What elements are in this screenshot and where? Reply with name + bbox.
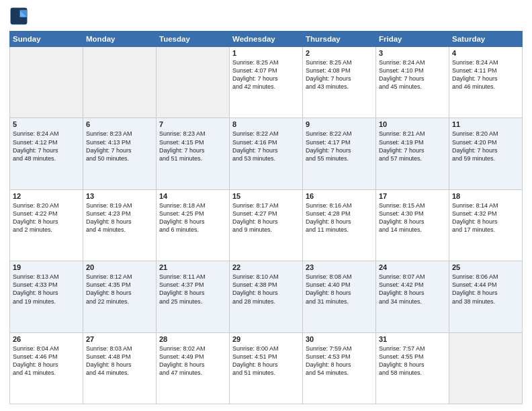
calendar-cell: 27Sunrise: 8:03 AM Sunset: 4:48 PM Dayli…	[83, 332, 157, 404]
weekday-header-thursday: Thursday	[303, 32, 376, 47]
cell-info: Sunrise: 8:14 AM Sunset: 4:32 PM Dayligh…	[452, 201, 519, 234]
calendar-cell: 11Sunrise: 8:20 AM Sunset: 4:20 PM Dayli…	[449, 118, 523, 189]
day-number: 11	[452, 120, 519, 128]
day-number: 26	[13, 335, 80, 343]
calendar-cell: 17Sunrise: 8:15 AM Sunset: 4:30 PM Dayli…	[376, 189, 449, 261]
calendar-cell: 6Sunrise: 8:23 AM Sunset: 4:13 PM Daylig…	[83, 118, 157, 189]
calendar-cell: 31Sunrise: 7:57 AM Sunset: 4:55 PM Dayli…	[376, 332, 449, 404]
cell-info: Sunrise: 8:16 AM Sunset: 4:28 PM Dayligh…	[306, 201, 373, 234]
header	[9, 7, 523, 26]
day-number: 10	[379, 120, 446, 128]
calendar-cell: 28Sunrise: 8:02 AM Sunset: 4:49 PM Dayli…	[157, 332, 230, 404]
calendar-cell: 21Sunrise: 8:11 AM Sunset: 4:37 PM Dayli…	[157, 261, 230, 332]
cell-info: Sunrise: 8:03 AM Sunset: 4:48 PM Dayligh…	[86, 345, 153, 377]
page: SundayMondayTuesdayWednesdayThursdayFrid…	[0, 0, 532, 411]
calendar-cell	[157, 47, 230, 118]
cell-info: Sunrise: 8:13 AM Sunset: 4:33 PM Dayligh…	[13, 273, 80, 306]
calendar-cell: 9Sunrise: 8:22 AM Sunset: 4:17 PM Daylig…	[303, 118, 376, 189]
cell-info: Sunrise: 8:18 AM Sunset: 4:25 PM Dayligh…	[159, 201, 226, 234]
weekday-header-sunday: Sunday	[10, 32, 83, 47]
weekday-header-tuesday: Tuesday	[157, 32, 230, 47]
calendar-cell: 22Sunrise: 8:10 AM Sunset: 4:38 PM Dayli…	[230, 261, 303, 332]
calendar-cell: 7Sunrise: 8:23 AM Sunset: 4:15 PM Daylig…	[157, 118, 230, 189]
calendar-cell: 10Sunrise: 8:21 AM Sunset: 4:19 PM Dayli…	[376, 118, 449, 189]
day-number: 6	[86, 120, 153, 128]
calendar-cell: 1Sunrise: 8:25 AM Sunset: 4:07 PM Daylig…	[230, 47, 303, 118]
cell-info: Sunrise: 8:25 AM Sunset: 4:08 PM Dayligh…	[306, 58, 373, 91]
weekday-header-friday: Friday	[376, 32, 449, 47]
day-number: 27	[86, 335, 153, 343]
calendar-cell: 29Sunrise: 8:00 AM Sunset: 4:51 PM Dayli…	[230, 332, 303, 404]
calendar-cell: 13Sunrise: 8:19 AM Sunset: 4:23 PM Dayli…	[83, 189, 157, 261]
weekday-header-wednesday: Wednesday	[230, 32, 303, 47]
cell-info: Sunrise: 8:23 AM Sunset: 4:15 PM Dayligh…	[159, 130, 226, 163]
cell-info: Sunrise: 8:12 AM Sunset: 4:35 PM Dayligh…	[86, 273, 153, 306]
day-number: 14	[159, 192, 226, 200]
cell-info: Sunrise: 8:02 AM Sunset: 4:49 PM Dayligh…	[159, 345, 226, 377]
calendar-cell: 24Sunrise: 8:07 AM Sunset: 4:42 PM Dayli…	[376, 261, 449, 332]
cell-info: Sunrise: 8:23 AM Sunset: 4:13 PM Dayligh…	[86, 130, 153, 163]
day-number: 29	[232, 335, 300, 343]
cell-info: Sunrise: 8:00 AM Sunset: 4:51 PM Dayligh…	[232, 345, 300, 377]
calendar-cell: 26Sunrise: 8:04 AM Sunset: 4:46 PM Dayli…	[10, 332, 83, 404]
cell-info: Sunrise: 7:57 AM Sunset: 4:55 PM Dayligh…	[379, 345, 446, 377]
day-number: 30	[306, 335, 373, 343]
day-number: 4	[452, 49, 519, 57]
day-number: 15	[232, 192, 300, 200]
cell-info: Sunrise: 8:24 AM Sunset: 4:11 PM Dayligh…	[452, 58, 519, 91]
day-number: 20	[86, 263, 153, 271]
day-number: 17	[379, 192, 446, 200]
calendar-cell	[449, 332, 523, 404]
day-number: 19	[13, 263, 80, 271]
cell-info: Sunrise: 8:21 AM Sunset: 4:19 PM Dayligh…	[379, 130, 446, 163]
day-number: 12	[13, 192, 80, 200]
cell-info: Sunrise: 8:17 AM Sunset: 4:27 PM Dayligh…	[232, 201, 300, 234]
cell-info: Sunrise: 8:25 AM Sunset: 4:07 PM Dayligh…	[232, 58, 300, 91]
calendar-table: SundayMondayTuesdayWednesdayThursdayFrid…	[9, 31, 523, 404]
cell-info: Sunrise: 8:06 AM Sunset: 4:44 PM Dayligh…	[452, 273, 519, 306]
cell-info: Sunrise: 8:24 AM Sunset: 4:12 PM Dayligh…	[13, 130, 80, 163]
cell-info: Sunrise: 8:08 AM Sunset: 4:40 PM Dayligh…	[306, 273, 373, 306]
calendar-cell	[83, 47, 157, 118]
day-number: 3	[379, 49, 446, 57]
calendar-cell: 14Sunrise: 8:18 AM Sunset: 4:25 PM Dayli…	[157, 189, 230, 261]
logo	[9, 7, 31, 26]
cell-info: Sunrise: 8:22 AM Sunset: 4:17 PM Dayligh…	[306, 130, 373, 163]
day-number: 7	[159, 120, 226, 128]
calendar-cell: 5Sunrise: 8:24 AM Sunset: 4:12 PM Daylig…	[10, 118, 83, 189]
calendar-cell: 18Sunrise: 8:14 AM Sunset: 4:32 PM Dayli…	[449, 189, 523, 261]
calendar-cell: 12Sunrise: 8:20 AM Sunset: 4:22 PM Dayli…	[10, 189, 83, 261]
cell-info: Sunrise: 8:10 AM Sunset: 4:38 PM Dayligh…	[232, 273, 300, 306]
cell-info: Sunrise: 8:11 AM Sunset: 4:37 PM Dayligh…	[159, 273, 226, 306]
cell-info: Sunrise: 8:24 AM Sunset: 4:10 PM Dayligh…	[379, 58, 446, 91]
calendar-cell: 30Sunrise: 7:59 AM Sunset: 4:53 PM Dayli…	[303, 332, 376, 404]
calendar-cell: 23Sunrise: 8:08 AM Sunset: 4:40 PM Dayli…	[303, 261, 376, 332]
calendar-cell: 15Sunrise: 8:17 AM Sunset: 4:27 PM Dayli…	[230, 189, 303, 261]
weekday-header-row: SundayMondayTuesdayWednesdayThursdayFrid…	[10, 32, 523, 47]
calendar-cell: 8Sunrise: 8:22 AM Sunset: 4:16 PM Daylig…	[230, 118, 303, 189]
day-number: 21	[159, 263, 226, 271]
calendar-cell: 4Sunrise: 8:24 AM Sunset: 4:11 PM Daylig…	[449, 47, 523, 118]
day-number: 5	[13, 120, 80, 128]
calendar-cell: 16Sunrise: 8:16 AM Sunset: 4:28 PM Dayli…	[303, 189, 376, 261]
day-number: 2	[306, 49, 373, 57]
day-number: 16	[306, 192, 373, 200]
week-row-5: 26Sunrise: 8:04 AM Sunset: 4:46 PM Dayli…	[10, 332, 523, 404]
day-number: 9	[306, 120, 373, 128]
cell-info: Sunrise: 8:04 AM Sunset: 4:46 PM Dayligh…	[13, 345, 80, 377]
cell-info: Sunrise: 8:20 AM Sunset: 4:20 PM Dayligh…	[452, 130, 519, 163]
weekday-header-saturday: Saturday	[449, 32, 523, 47]
cell-info: Sunrise: 8:20 AM Sunset: 4:22 PM Dayligh…	[13, 201, 80, 234]
cell-info: Sunrise: 8:19 AM Sunset: 4:23 PM Dayligh…	[86, 201, 153, 234]
logo-icon	[9, 7, 28, 26]
day-number: 8	[232, 120, 300, 128]
day-number: 1	[232, 49, 300, 57]
day-number: 24	[379, 263, 446, 271]
day-number: 31	[379, 335, 446, 343]
day-number: 28	[159, 335, 226, 343]
weekday-header-monday: Monday	[83, 32, 157, 47]
week-row-1: 1Sunrise: 8:25 AM Sunset: 4:07 PM Daylig…	[10, 47, 523, 118]
week-row-3: 12Sunrise: 8:20 AM Sunset: 4:22 PM Dayli…	[10, 189, 523, 261]
day-number: 18	[452, 192, 519, 200]
day-number: 25	[452, 263, 519, 271]
